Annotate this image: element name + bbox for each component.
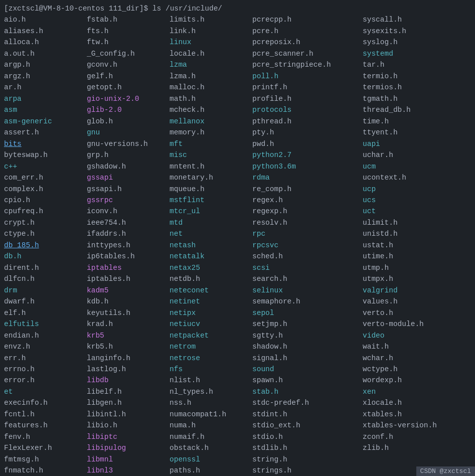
file-entry: iconv.h: [87, 206, 170, 217]
file-entry: argz.h: [4, 71, 87, 82]
file-entry: ucs: [363, 195, 470, 206]
file-entry: ifaddrs.h: [87, 228, 170, 239]
file-entry: sched.h: [252, 251, 363, 262]
file-entry: lastlog.h: [87, 364, 170, 375]
file-entry: glob.h: [87, 116, 170, 127]
file-entry: db_185.h: [4, 240, 87, 251]
file-entry: lzma: [170, 59, 252, 70]
file-entry: errno.h: [4, 364, 87, 375]
file-entry: protocols: [252, 104, 363, 115]
file-entry: stdc-predef.h: [252, 397, 363, 408]
file-entry: stab.h: [252, 386, 363, 397]
prompt-line: [zxctscl@VM-8-10-centos 111_dir]$ ls /us…: [4, 3, 471, 14]
file-entry: krb5.h: [87, 341, 170, 352]
file-entry: ttyent.h: [363, 127, 470, 138]
file-entry: scsi: [252, 262, 363, 273]
file-entry: pwd.h: [252, 138, 363, 149]
file-entry: rdma: [252, 172, 363, 183]
file-entry: inttypes.h: [87, 240, 170, 251]
file-entry: com_err.h: [4, 172, 87, 183]
file-entry: verto.h: [363, 307, 470, 319]
file-entry: features.h: [4, 420, 87, 431]
file-entry: video: [363, 330, 470, 341]
file-entry: libgen.h: [87, 397, 170, 408]
file-entry: stdio_ext.h: [252, 420, 363, 431]
file-entry: libnl3: [87, 465, 170, 476]
file-entry: numaif.h: [170, 431, 252, 442]
file-entry: dwarf.h: [4, 296, 87, 307]
file-entry: values.h: [363, 296, 470, 307]
file-entry: openssl: [170, 454, 252, 465]
file-entry: syscall.h: [363, 14, 470, 25]
file-entry: poll.h: [252, 71, 363, 82]
file-entry: search.h: [252, 273, 363, 284]
file-entry: numa.h: [170, 420, 252, 431]
file-entry: ar.h: [4, 82, 87, 93]
file-entry: drm: [4, 285, 87, 296]
file-entry: stdlib.h: [252, 442, 363, 453]
bottom-bar: CSDN @zxctscl: [416, 466, 475, 476]
file-entry: utime.h: [363, 251, 470, 262]
file-entry: wchar.h: [363, 353, 470, 364]
file-entry: regex.h: [252, 195, 363, 206]
file-entry: mqueue.h: [170, 184, 252, 195]
file-entry: alloca.h: [4, 37, 87, 48]
file-entry: link.h: [170, 26, 252, 37]
file-entry: mellanox: [170, 116, 252, 127]
file-entry: envz.h: [4, 341, 87, 352]
file-entry: keyutils.h: [87, 307, 170, 319]
file-entry: semaphore.h: [252, 296, 363, 307]
file-entry: locale.h: [170, 48, 252, 59]
file-entry: complex.h: [4, 184, 87, 195]
file-entry: libdb: [87, 375, 170, 386]
file-entry: netrom: [170, 341, 252, 352]
file-entry: monetary.h: [170, 172, 252, 183]
file-entry: rpcsvc: [252, 240, 363, 251]
file-entry: iptables: [87, 262, 170, 273]
file-entry: mtcr_ul: [170, 206, 252, 217]
file-entry: printf.h: [252, 82, 363, 93]
file-entry: wait.h: [363, 341, 470, 352]
file-entry: python3.6m: [252, 161, 363, 172]
file-entry: ip6tables.h: [87, 251, 170, 262]
file-entry: nl_types.h: [170, 386, 252, 397]
file-entry: gconv.h: [87, 59, 170, 70]
file-entry: fnmatch.h: [4, 465, 87, 476]
file-entry: a.out.h: [4, 48, 87, 59]
file-entry: paths.h: [170, 465, 252, 476]
file-entry: assert.h: [4, 127, 87, 138]
file-entry: fts.h: [87, 26, 170, 37]
file-entry: fmtmsg.h: [4, 454, 87, 465]
file-entry: wctype.h: [363, 364, 470, 375]
file-entry: ustat.h: [363, 240, 470, 251]
file-entry: netiucv: [170, 319, 252, 330]
file-entry: memory.h: [170, 127, 252, 138]
file-entry: thread_db.h: [363, 104, 470, 115]
file-entry: malloc.h: [170, 82, 252, 93]
file-entry: valgrind: [363, 285, 470, 296]
file-entry: arpa: [4, 93, 87, 104]
file-entry: bits: [4, 138, 87, 149]
file-entry: unistd.h: [363, 228, 470, 239]
file-entry: python2.7: [252, 149, 363, 161]
file-entry: ctype.h: [4, 228, 87, 239]
file-entry: termio.h: [363, 71, 470, 82]
file-entry: krb5: [87, 330, 170, 341]
file-entry: cpio.h: [4, 195, 87, 206]
file-entry: asm-generic: [4, 116, 87, 127]
file-entry: pthread.h: [252, 116, 363, 127]
file-entry: netatalk: [170, 251, 252, 262]
file-entry: lzma.h: [170, 71, 252, 82]
file-entry: obstack.h: [170, 442, 252, 453]
file-entry: math.h: [170, 93, 252, 104]
file-entry: net: [170, 228, 252, 239]
file-entry: misc: [170, 149, 252, 161]
file-entry: error.h: [4, 375, 87, 386]
file-entry: fenv.h: [4, 431, 87, 442]
file-entry: mtd: [170, 217, 252, 228]
file-entry: ucm: [363, 161, 470, 172]
file-entry: xen: [363, 386, 470, 397]
file-entry: kdb.h: [87, 296, 170, 307]
file-entry: netax25: [170, 262, 252, 273]
file-entry: netinet: [170, 296, 252, 307]
